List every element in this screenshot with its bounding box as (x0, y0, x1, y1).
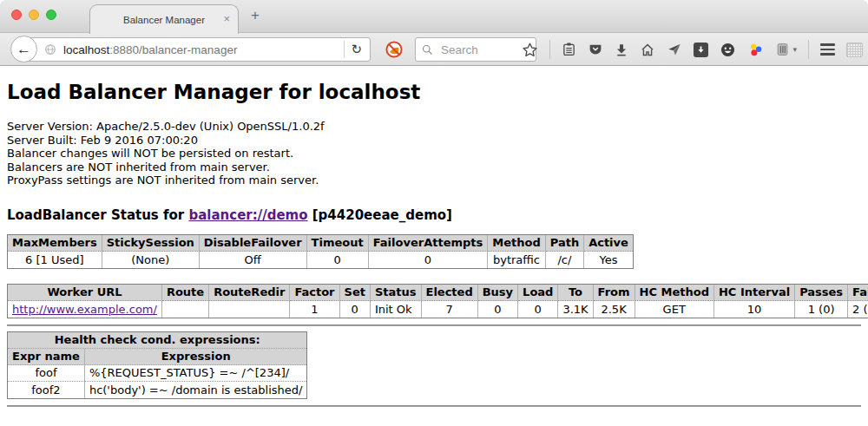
col-header: Fails (848, 285, 868, 301)
cell-expr-name: foof2 (8, 382, 85, 398)
cell-stickysession: (None) (102, 252, 200, 268)
containers-control[interactable]: ▾ (775, 42, 797, 57)
colored-dots-extension-icon[interactable] (747, 42, 764, 58)
cell-to: 3.1K (558, 301, 593, 318)
cell-hc-method: GET (635, 301, 714, 318)
home-icon[interactable] (640, 43, 655, 57)
plugin-blocked-icon[interactable] (385, 40, 404, 59)
table-header-row: Expr name Expression (8, 349, 306, 365)
col-header: Set (340, 285, 371, 301)
url-text[interactable]: localhost:8880/balancer-manager (63, 43, 340, 56)
col-header: Expression (85, 349, 307, 365)
col-header: HC Method (635, 285, 714, 301)
persist-note-line: Balancer changes will NOT be persisted o… (7, 147, 861, 161)
cell-routeredir (209, 301, 290, 318)
table-header-row: Worker URL Route RouteRedir Factor Set S… (8, 285, 868, 301)
cell-load: 0 (518, 301, 558, 318)
traffic-lights (11, 10, 56, 20)
downloads-icon[interactable] (615, 43, 628, 57)
worker-url-link[interactable]: http://www.example.com/ (12, 303, 157, 316)
loadbalancer-status-heading: LoadBalancer Status for balancer://demo … (7, 207, 861, 223)
search-icon (421, 43, 434, 56)
page-content: Load Balancer Manager for localhost Serv… (0, 66, 868, 426)
cell-expression: %{REQUEST_STATUS} =~ /^[234]/ (85, 365, 307, 382)
col-header: Active (584, 235, 633, 252)
browser-window: Balancer Manager × + ← localhost:8880/ba… (0, 0, 868, 426)
download-extension-icon[interactable] (694, 43, 708, 57)
proxypass-note-line: ProxyPass settings are NOT inherited fro… (7, 174, 861, 187)
col-header: RouteRedir (209, 285, 290, 301)
col-header: To (558, 285, 593, 301)
reading-list-icon[interactable] (562, 42, 576, 57)
feedback-smiley-icon[interactable] (720, 42, 736, 58)
cell-timeout: 0 (307, 252, 369, 268)
cell-method: bytraffic (488, 252, 545, 268)
container-icon (775, 42, 790, 57)
cell-expr-name: foof (8, 365, 85, 382)
col-header: Timeout (307, 235, 369, 252)
page-title: Load Balancer Manager for localhost (7, 81, 861, 103)
tab-groups-grid-icon[interactable] (846, 43, 863, 57)
worker-table: Worker URL Route RouteRedir Factor Set S… (7, 284, 868, 318)
col-header: Path (546, 235, 584, 252)
health-check-table: Health check cond. expressions: Expr nam… (7, 331, 307, 399)
globe-icon (43, 43, 57, 56)
table-row: foof %{REQUEST_STATUS} =~ /^[234]/ (8, 365, 306, 382)
col-header: Route (162, 285, 209, 301)
table-row: http://www.example.com/ 1 0 Init Ok 7 0 … (8, 301, 868, 318)
toolbar-separator (549, 40, 550, 59)
send-tab-icon[interactable] (667, 43, 682, 57)
cell-disablefailover: Off (200, 252, 307, 268)
table-header-row: MaxMembers StickySession DisableFailover… (8, 235, 633, 252)
new-tab-button[interactable]: + (251, 7, 260, 24)
inherit-note-line: Balancers are NOT inherited from main se… (7, 161, 861, 174)
cell-status: Init Ok (371, 301, 422, 318)
balancer-params-table: MaxMembers StickySession DisableFailover… (7, 234, 634, 269)
cell-from: 2.5K (594, 301, 635, 318)
balancer-demo-link[interactable]: balancer://demo (188, 207, 307, 223)
cell-failoverattempts: 0 (369, 252, 489, 268)
server-info: Server Version: Apache/2.5.0-dev (Unix) … (7, 120, 861, 187)
col-header: Factor (290, 285, 339, 301)
cell-fails: 2 (0) (848, 301, 868, 318)
cell-elected: 7 (422, 301, 478, 318)
bookmark-star-icon[interactable] (522, 42, 538, 58)
cell-maxmembers: 6 [1 Used] (8, 252, 102, 268)
search-input[interactable] (439, 43, 530, 57)
tab-close-icon[interactable]: × (223, 13, 230, 24)
tab-balancer-manager[interactable]: Balancer Manager × (89, 4, 239, 34)
chevron-down-icon: ▾ (792, 45, 797, 54)
divider (7, 324, 861, 326)
col-header: Elected (422, 285, 478, 301)
url-bar[interactable]: localhost:8880/balancer-manager ↻ (23, 37, 371, 62)
table-row: 6 [1 Used] (None) Off 0 0 bytraffic /c/ … (8, 252, 633, 268)
pocket-icon[interactable] (588, 43, 603, 57)
table-row: foof2 hc('body') =~ /domain is establish… (8, 382, 306, 398)
cell-factor: 1 (290, 301, 339, 318)
reload-button[interactable]: ↻ (351, 42, 370, 57)
navigation-toolbar: ← localhost:8880/balancer-manager ↻ (0, 33, 868, 66)
col-header: FailoverAttempts (369, 235, 489, 252)
cell-busy: 0 (478, 301, 518, 318)
zoom-window-button[interactable] (46, 10, 56, 20)
col-header: DisableFailover (200, 235, 307, 252)
cell-active: Yes (584, 252, 633, 268)
menu-hamburger-icon[interactable] (820, 43, 835, 56)
search-bar[interactable] (415, 37, 536, 62)
cell-expression: hc('body') =~ /domain is established/ (85, 382, 307, 398)
back-button[interactable]: ← (10, 36, 37, 62)
col-header: Worker URL (8, 285, 162, 301)
url-host: localhost (63, 43, 109, 56)
tab-title: Balancer Manager (123, 15, 205, 25)
cell-path: /c/ (546, 252, 584, 268)
col-header: Passes (795, 285, 848, 301)
titlebar: Balancer Manager × + (0, 0, 868, 33)
col-header: Load (518, 285, 558, 301)
url-path: :8880/balancer-manager (109, 43, 237, 56)
table-title-row: Health check cond. expressions: (8, 332, 306, 349)
col-header: Expr name (8, 349, 85, 365)
minimize-window-button[interactable] (29, 10, 39, 20)
close-window-button[interactable] (11, 10, 22, 20)
cell-worker-url: http://www.example.com/ (8, 301, 162, 318)
divider (7, 405, 861, 407)
